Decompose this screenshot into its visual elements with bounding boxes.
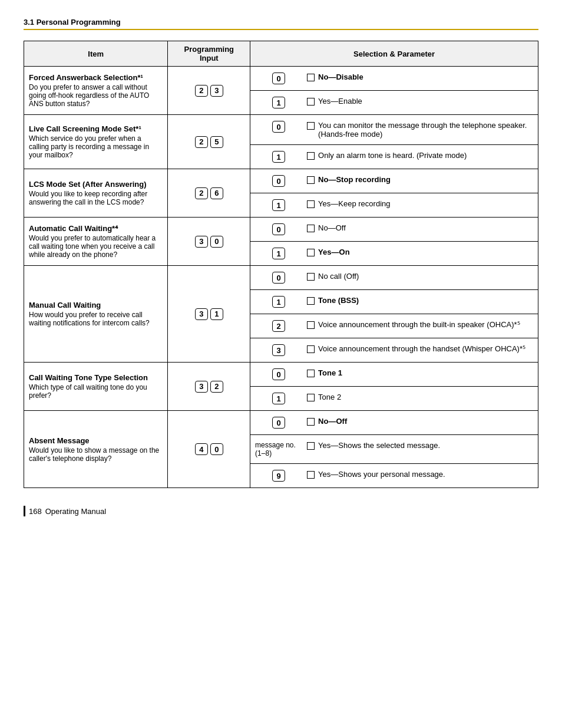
- sel-text: Tone (BSS): [318, 296, 359, 305]
- checkbox: [307, 200, 315, 208]
- sel-entry: 9 Yes—Shows your personal message.: [255, 467, 533, 484]
- prog-cell: 23: [168, 67, 250, 115]
- table-row: LCS Mode Set (After Answering)Would you …: [24, 169, 538, 193]
- checkbox: [307, 321, 315, 329]
- table-row: Absent MessageWould you like to show a m…: [24, 411, 538, 435]
- item-cell: Call Waiting Tone Type SelectionWhich ty…: [24, 363, 168, 411]
- sel-entry: 1 Only an alarm tone is heard. (Private …: [255, 149, 533, 165]
- sel-cell: 1 Yes—Enable: [250, 91, 538, 115]
- sel-cell: 1 Yes—On: [250, 242, 538, 266]
- item-title: Automatic Call Waiting*⁴: [29, 224, 163, 233]
- sel-key-col: 0: [255, 417, 302, 429]
- sel-cell: 0 No—Disable: [250, 67, 538, 91]
- sel-entry: 0 No—Stop recording: [255, 173, 533, 189]
- footer-bar: [24, 506, 25, 516]
- sel-entry: 0 No—Off: [255, 414, 533, 431]
- prog-keys: 23: [173, 85, 245, 97]
- sel-key-col: message no. (1–8): [255, 441, 302, 457]
- sel-key: 1: [272, 393, 285, 404]
- sel-key-col: 1: [255, 296, 302, 308]
- sel-key: 0: [272, 223, 285, 235]
- checkbox: [307, 345, 315, 353]
- sel-key-col: 0: [255, 121, 302, 133]
- item-cell: LCS Mode Set (After Answering)Would you …: [24, 169, 168, 218]
- sel-entry: 1 Yes—Keep recording: [255, 197, 533, 213]
- item-desc: Would you like to show a message on the …: [29, 446, 163, 463]
- sel-key: 0: [272, 417, 285, 429]
- item-desc: Would you like to keep recording after a…: [29, 190, 163, 206]
- sel-cell: 1 Only an alarm tone is heard. (Private …: [250, 145, 538, 169]
- sel-text: Only an alarm tone is heard. (Private mo…: [318, 151, 467, 160]
- sel-entry: 3 Voice announcement through the handset…: [255, 342, 533, 358]
- checkbox: [307, 122, 315, 130]
- footer-page: 168: [29, 507, 42, 516]
- sel-text-col: Yes—Enable: [307, 97, 533, 106]
- prog-key: 2: [195, 187, 208, 199]
- sel-entry: message no. (1–8) Yes—Shows the selected…: [255, 439, 533, 460]
- checkbox: [307, 297, 315, 305]
- sel-text-col: Tone 2: [307, 393, 533, 401]
- sel-key: 2: [272, 320, 285, 332]
- prog-key: 3: [195, 236, 208, 248]
- checkbox: [307, 98, 315, 106]
- sel-entry: 0 You can monitor the message through th…: [255, 118, 533, 141]
- sel-cell: 3 Voice announcement through the handset…: [250, 338, 538, 363]
- section-header: 3.1 Personal Programming: [24, 18, 538, 30]
- item-title: Forced Answerback Selection*¹: [29, 73, 163, 82]
- item-cell: Forced Answerback Selection*¹Do you pref…: [24, 67, 168, 115]
- sel-entry: 0 No—Disable: [255, 70, 533, 87]
- item-desc: Do you prefer to answer a call without g…: [29, 83, 163, 108]
- sel-key-col: 1: [255, 97, 302, 108]
- checkbox: [307, 176, 315, 184]
- sel-text-col: Yes—Shows your personal message.: [307, 470, 533, 479]
- checkbox: [307, 471, 315, 479]
- item-title: Live Call Screening Mode Set*¹: [29, 124, 163, 133]
- sel-text-col: Voice announcement through the built-in …: [307, 320, 533, 329]
- prog-keys: 40: [173, 443, 245, 455]
- sel-text-col: Yes—Keep recording: [307, 199, 533, 208]
- checkbox: [307, 370, 315, 377]
- sel-key: 1: [272, 199, 285, 211]
- checkbox: [307, 225, 315, 232]
- sel-text: No—Stop recording: [318, 175, 391, 184]
- item-desc: How would you prefer to receive call wai…: [29, 311, 163, 327]
- sel-key: 0: [272, 368, 285, 380]
- sel-entry: 0 Tone 1: [255, 366, 533, 383]
- sel-cell: 0 No—Off: [250, 218, 538, 242]
- sel-text-col: Only an alarm tone is heard. (Private mo…: [307, 151, 533, 160]
- prog-key: 3: [210, 85, 223, 97]
- prog-key: 4: [195, 443, 208, 455]
- sel-text-col: Tone 1: [307, 368, 533, 377]
- footer: 168 Operating Manual: [24, 506, 538, 516]
- sel-text: No—Disable: [318, 73, 363, 81]
- prog-cell: 32: [168, 363, 250, 411]
- prog-keys: 25: [173, 136, 245, 148]
- sel-text-col: No—Off: [307, 223, 533, 232]
- table-row: Call Waiting Tone Type SelectionWhich ty…: [24, 363, 538, 387]
- sel-text: Voice announcement through the built-in …: [318, 320, 520, 329]
- sel-text: Yes—Enable: [318, 97, 362, 106]
- sel-entry: 1 Tone 2: [255, 390, 533, 407]
- checkbox: [307, 249, 315, 256]
- sel-key: 1: [272, 151, 285, 163]
- checkbox: [307, 394, 315, 401]
- item-cell: Live Call Screening Mode Set*¹Which serv…: [24, 115, 168, 169]
- sel-key: 1: [272, 296, 285, 308]
- item-cell: Manual Call WaitingHow would you prefer …: [24, 266, 168, 363]
- sel-text: Yes—Shows the selected message.: [318, 441, 440, 450]
- sel-key-col: 0: [255, 223, 302, 235]
- sel-key-col: 3: [255, 344, 302, 356]
- prog-key: 3: [195, 381, 208, 393]
- sel-key: 1: [272, 97, 285, 108]
- sel-cell: 0 No—Off: [250, 411, 538, 435]
- sel-cell: 2 Voice announcement through the built-i…: [250, 314, 538, 338]
- sel-text: Tone 1: [318, 368, 342, 377]
- sel-key: message no. (1–8): [255, 441, 302, 457]
- prog-key: 2: [195, 136, 208, 148]
- item-title: Manual Call Waiting: [29, 301, 163, 309]
- sel-key-col: 9: [255, 470, 302, 482]
- sel-key-col: 1: [255, 393, 302, 404]
- sel-text-col: Yes—Shows the selected message.: [307, 441, 533, 450]
- checkbox: [307, 273, 315, 281]
- sel-cell: 0 Tone 1: [250, 363, 538, 387]
